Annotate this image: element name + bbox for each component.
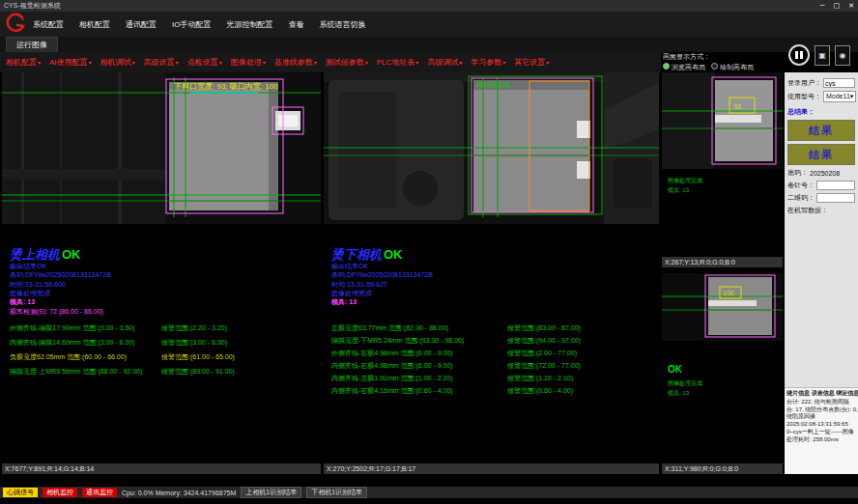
tool-other-settings[interactable]: 其它设置▾ — [514, 57, 549, 68]
measurement-row: 内侧齐线-左极1.91mm 范围:(1.00 - 2.20)报警范围:(1.10… — [331, 374, 657, 386]
aux-top-canvas[interactable]: 93 — [662, 72, 783, 169]
tool-advanced-debug[interactable]: 高级调试▾ — [427, 57, 462, 68]
upper-overlay-label: 下料口宽度: 93; 吸口内宽: 100 — [174, 82, 278, 91]
measurement-row: 隔膜宽度-下MR5.24mm 范围:(93.00 - 98.00)报警范围:(9… — [331, 336, 657, 349]
lower-pixel-coordinates: X:270;Y:2502;R:17;G:17;B:17 — [324, 463, 659, 474]
snapshot-icon: ▣ — [818, 51, 826, 60]
measurement-row: 内侧齐线-右极4.16mm 范围:(0.60 - 4.00)报警范围:(0.60… — [331, 386, 657, 399]
display-mode-group: 画面显示方式： 浏览画布局 绘制画布局 — [663, 52, 785, 72]
measurement-row: 内侧齐线-右极4.98mm 范围:(6.00 - 9.00)报警范围:(72.0… — [331, 361, 657, 374]
aux-bottom-line1: 图像处理完成 — [668, 379, 702, 388]
tool-spot-check[interactable]: 点检设置▾ — [187, 57, 222, 68]
tool-plc-address[interactable]: PLC地址表▾ — [377, 57, 419, 68]
chevron-down-icon: ▾ — [176, 60, 179, 66]
upper-camera-result-badge[interactable]: 上相机1识别结果 — [241, 487, 301, 498]
lower-camera-canvas[interactable]: AI识别区域 — [324, 72, 659, 224]
chevron-down-icon: ▾ — [219, 60, 222, 66]
upper-tab-check: 极耳检测(S): 72 (86.00 - 86.00) — [10, 307, 103, 317]
app-logo-icon — [4, 13, 27, 36]
aux-bottom-pixel-coordinates: X:311;Y:980;R:0;G:0;B:0 — [662, 463, 783, 474]
model-label: 使用型号： — [787, 92, 821, 101]
pause-button[interactable] — [788, 44, 810, 66]
aux-top-line2: 模具: 13 — [668, 186, 689, 195]
cpu-memory-readout: Cpu: 0.0% Memory: 3424.41796875M — [122, 490, 236, 496]
needle-number-label: 卷针号： — [787, 181, 815, 190]
result-indicator-1: 结果 — [787, 120, 855, 141]
tool-learning-params[interactable]: 学习参数▾ — [471, 57, 505, 68]
close-button[interactable]: ✕ — [848, 2, 854, 10]
aux-views-column: 93 图像处理完成 模具: 13 X:267;Y:13;R:0;G:0;B:0 … — [662, 72, 783, 474]
total-result-label: 总结果： — [787, 107, 855, 117]
maximize-button[interactable]: ▢ — [834, 2, 841, 10]
status-ok: OK — [384, 247, 403, 262]
titlebar: CYS-视觉检测系统 ─ ▢ ✕ — [0, 0, 858, 12]
measurement-row: 外侧齐线-隔膜17.90mm 范围:(3.00 - 3.50)报警范围:(2.2… — [10, 323, 319, 338]
info-sidebar: 登录用户： 使用型号： Mode11 ▾ 总结果： 结果 结果 底码： 2025… — [785, 72, 858, 474]
display-mode-label: 画面显示方式： — [663, 52, 785, 62]
login-user-label: 登录用户： — [787, 78, 821, 88]
stat-line: 台计: 222, 绕与检测间隔 — [786, 399, 856, 406]
measurement-row: 内侧齐线-隔膜14.60mm 范围:(3.00 - 6.00)报警范围:(3.0… — [10, 338, 319, 352]
upper-camera-canvas[interactable]: 下料口宽度: 93; 吸口内宽: 100 — [2, 72, 321, 224]
batch-code-value: 20250208 — [810, 170, 840, 177]
chevron-down-icon: ▾ — [459, 60, 462, 66]
menu-camera-config[interactable]: 相机配置 — [79, 19, 110, 30]
aux-top-pixel-coordinates: X:267;Y:13;R:0;G:0;B:0 — [662, 257, 783, 267]
chevron-down-icon: ▾ — [365, 60, 368, 66]
stat-line: 绕陷原因缘 — [786, 413, 856, 421]
measurement-row: 正极宽度63.77mm 范围:(82.00 - 88.00)报警范围:(83.0… — [331, 323, 657, 336]
tool-image-processing[interactable]: 图像处理▾ — [231, 57, 266, 68]
menu-system-config[interactable]: 系统配置 — [33, 19, 64, 30]
window-title: CYS-视觉检测系统 — [4, 1, 61, 11]
tab-strip: 运行图像 — [0, 37, 858, 52]
result-indicator-2: 结果 — [787, 144, 855, 165]
snapshot-button[interactable]: ▣ — [815, 45, 830, 66]
chevron-down-icon: ▾ — [415, 60, 418, 66]
login-user-field[interactable] — [823, 78, 855, 88]
aux-top-tag: 93 — [733, 103, 741, 110]
tool-camera-debug[interactable]: 相机调试▾ — [100, 57, 135, 68]
tool-test-params[interactable]: 测试侦参数▾ — [326, 57, 368, 68]
menu-view[interactable]: 查看 — [288, 19, 303, 30]
tool-camera-config[interactable]: 相机配置▾ — [6, 57, 41, 68]
model-select[interactable]: Mode11 ▾ — [823, 91, 856, 102]
chevron-down-icon: ▾ — [263, 60, 266, 66]
chevron-down-icon: ▾ — [850, 92, 854, 101]
menu-language-switch[interactable]: 系统语言切换 — [319, 19, 365, 30]
tool-icon: ◉ — [840, 51, 846, 60]
menu-io-manual[interactable]: IO手动配置 — [172, 19, 211, 30]
lower-camera-result-badge[interactable]: 下相机1识别结果 — [306, 487, 367, 498]
qr-code-label: 二维码： — [787, 193, 815, 203]
display-mode-browse-layout[interactable]: 浏览画布局 — [663, 63, 705, 72]
tab-run-image[interactable]: 运行图像 — [6, 37, 58, 52]
upper-pixel-coordinates: X:7677;Y:891;R:14;G:14;B:14 — [2, 463, 321, 474]
camera-monitor-badge: 相机监控 — [43, 488, 77, 497]
upper-camera-view: 下料口宽度: 93; 吸口内宽: 100 烫上相机OK 输出结果OK 条码:DF… — [2, 72, 321, 474]
stat-line: 2025:02:08-13:31:59:65 — [786, 421, 856, 429]
statistics-tabs[interactable]: 绕片信息 误差信息 绑定信息 — [786, 390, 856, 398]
tool-ai-config[interactable]: AI使用配置▾ — [49, 57, 92, 68]
statistics-panel: 绕片信息 误差信息 绑定信息 台计: 222, 绕与检测间隔 台: 17, 绕陷… — [785, 387, 858, 474]
toolbar: 相机配置▾ AI使用配置▾ 相机调试▾ 高级设置▾ 点检设置▾ 图像处理▾ 基准… — [0, 52, 661, 72]
status-ok: OK — [62, 247, 81, 262]
needle-number-field[interactable] — [816, 181, 855, 190]
chevron-down-icon: ▾ — [89, 60, 92, 66]
qr-code-field[interactable] — [816, 193, 855, 203]
tool-baseline-params[interactable]: 基准线参数▾ — [274, 57, 317, 68]
lower-camera-view: AI识别区域 烫下相机OK 输出结果OK 条码:DFYiiw2025020813… — [324, 72, 659, 474]
menu-items: 系统配置 相机配置 通讯配置 IO手动配置 光源控制配置 查看 系统语言切换 — [33, 12, 365, 37]
aux-bottom-canvas[interactable]: 100 — [662, 273, 783, 341]
menu-comm-config[interactable]: 通讯配置 — [126, 19, 157, 30]
app-window: CYS-视觉检测系统 ─ ▢ ✕ 系统配置 相机配置 通讯配置 IO手动配置 光… — [0, 0, 858, 504]
menu-light-control[interactable]: 光源控制配置 — [226, 19, 272, 30]
batch-code-label: 底码： — [787, 168, 808, 178]
lower-measurement-list: 正极宽度63.77mm 范围:(82.00 - 88.00)报警范围:(83.0… — [331, 323, 657, 399]
tool-advanced-settings[interactable]: 高级设置▾ — [144, 57, 179, 68]
status-bar: 心跳信号 相机监控 通讯监控 Cpu: 0.0% Memory: 3424.41… — [0, 487, 858, 498]
display-mode-draw-layout[interactable]: 绘制画布局 — [711, 63, 754, 72]
minimize-button[interactable]: ─ — [820, 2, 825, 10]
chevron-down-icon: ▾ — [314, 60, 317, 66]
chevron-down-icon: ▾ — [502, 60, 505, 66]
menubar: 系统配置 相机配置 通讯配置 IO手动配置 光源控制配置 查看 系统语言切换 — [0, 12, 858, 37]
tool-button[interactable]: ◉ — [835, 45, 850, 66]
